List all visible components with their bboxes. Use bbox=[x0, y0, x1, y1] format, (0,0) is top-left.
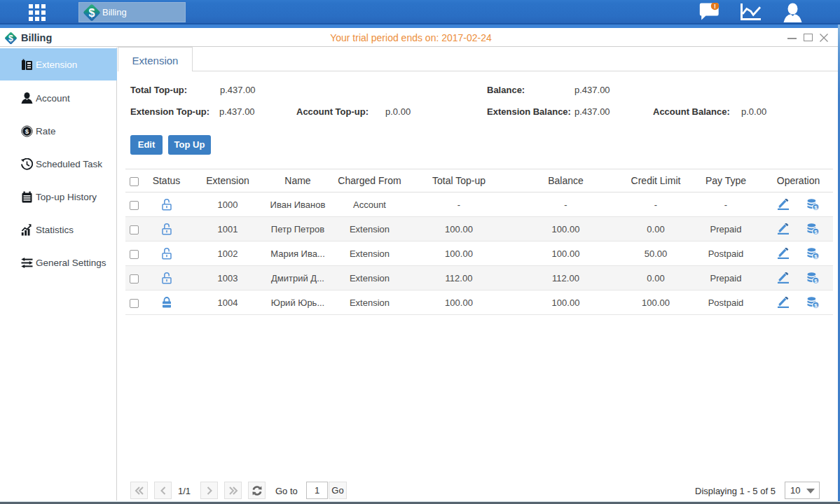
svg-text:!: ! bbox=[714, 3, 716, 10]
svg-text:$: $ bbox=[814, 277, 818, 284]
svg-text:$: $ bbox=[814, 228, 818, 234]
svg-text:$: $ bbox=[89, 6, 95, 18]
svg-text:$: $ bbox=[814, 204, 818, 210]
svg-text:$: $ bbox=[814, 253, 818, 259]
svg-text:$: $ bbox=[25, 127, 29, 135]
svg-text:$: $ bbox=[814, 302, 818, 308]
